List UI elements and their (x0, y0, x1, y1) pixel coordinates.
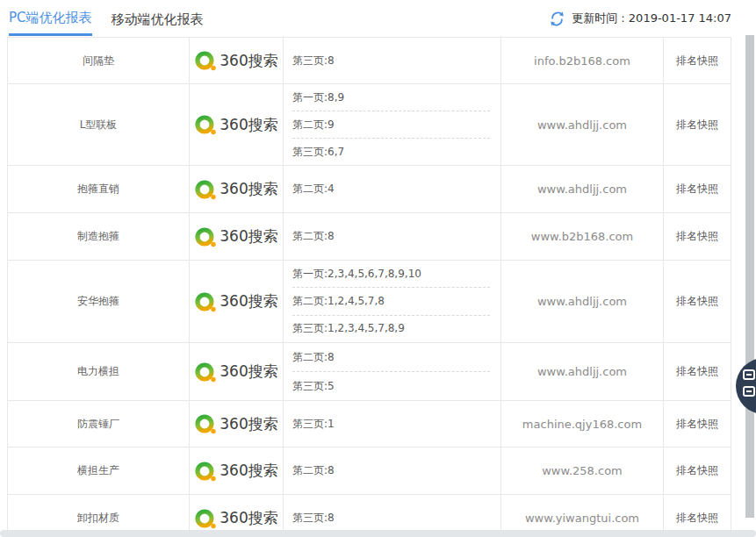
page-line: 第一页:8,9 (292, 84, 490, 111)
feedback-icon (743, 386, 755, 397)
snapshot-link[interactable]: 排名快照 (664, 261, 731, 342)
engine-cell: 360搜索 (190, 261, 284, 342)
engine-cell: 360搜索 (190, 213, 284, 260)
table-row: 横担生产 360搜索 第二页:8 www.258.com 排名快照 (8, 448, 731, 495)
pages-cell: 第三页:8 (284, 38, 501, 83)
pages-cell: 第一页:8,9 第二页:9 第三页:6,7 (284, 84, 501, 165)
domain-cell: machine.qjy168.com (501, 401, 664, 447)
engine-cell: 360搜索 (190, 38, 284, 83)
snapshot-link[interactable]: 排名快照 (664, 448, 731, 494)
keyword-cell: 间隔垫 (8, 38, 190, 83)
engine-cell: 360搜索 (190, 343, 284, 400)
engine-cell: 360搜索 (190, 166, 284, 212)
keyword-cell: 抱箍直销 (8, 166, 190, 212)
pages-cell: 第二页:8 第三页:5 (284, 343, 501, 400)
tab-pc-report[interactable]: PC端优化报表 (9, 1, 92, 36)
table-row: 电力横担 360搜索 第二页:8 第三页:5 www.ahdljj.com 排名… (8, 343, 731, 401)
page-line: 第二页:8 (292, 448, 490, 494)
page-line: 第三页:5 (292, 372, 490, 400)
horizontal-scrollbar[interactable] (0, 530, 756, 537)
snapshot-link[interactable]: 排名快照 (664, 166, 731, 212)
page-line: 第三页:1 (292, 401, 490, 447)
snapshot-link[interactable]: 排名快照 (664, 343, 731, 400)
page-line: 第二页:1,2,4,5,7,8 (292, 288, 490, 315)
page-line: 第二页:8 (292, 343, 490, 372)
snapshot-link[interactable]: 排名快照 (664, 84, 731, 165)
pages-cell: 第二页:8 (284, 448, 501, 494)
keyword-cell: L型联板 (8, 84, 190, 165)
domain-cell: www.ahdljj.com (501, 261, 664, 342)
pages-cell: 第二页:8 (284, 213, 501, 260)
feedback-icon (743, 369, 755, 380)
360-search-logo-icon: 360搜索 (194, 178, 277, 201)
page-line: 第三页:8 (292, 38, 490, 83)
keyword-cell: 防震锤厂 (8, 401, 190, 447)
page-line: 第二页:9 (292, 111, 490, 139)
keyword-cell: 安华抱箍 (8, 261, 190, 342)
360-search-logo-icon: 360搜索 (194, 412, 277, 435)
update-time: 更新时间 : 2019-01-17 14:07 (572, 11, 731, 26)
engine-cell: 360搜索 (190, 401, 284, 447)
keyword-cell: 电力横担 (8, 343, 190, 400)
360-search-logo-icon: 360搜索 (194, 49, 277, 72)
domain-cell: www.b2b168.com (501, 213, 664, 260)
table-row: 制造抱箍 360搜索 第二页:8 www.b2b168.com 排名快照 (8, 213, 731, 261)
360-search-logo-icon: 360搜索 (194, 290, 277, 313)
snapshot-link[interactable]: 排名快照 (664, 213, 731, 260)
vertical-scrollbar[interactable] (745, 35, 754, 518)
domain-cell: www.ahdljj.com (501, 166, 664, 212)
page-line: 第二页:8 (292, 213, 490, 260)
domain-cell: www.258.com (501, 448, 664, 494)
pages-cell: 第二页:4 (284, 166, 501, 212)
tab-mobile-report[interactable]: 移动端优化报表 (112, 3, 204, 35)
360-search-logo-icon: 360搜索 (194, 113, 277, 136)
keyword-cell: 制造抱箍 (8, 213, 190, 260)
domain-cell: info.b2b168.com (501, 38, 664, 83)
feedback-button[interactable] (736, 358, 756, 414)
domain-cell: www.ahdljj.com (501, 84, 664, 165)
domain-cell: www.ahdljj.com (501, 343, 664, 400)
table-row: 安华抱箍 360搜索 第一页:2,3,4,5,6,7,8,9,10 第二页:1,… (8, 261, 731, 343)
table-row: 防震锤厂 360搜索 第三页:1 machine.qjy168.com 排名快照 (8, 401, 731, 448)
table-row: 抱箍直销 360搜索 第二页:4 www.ahdljj.com 排名快照 (8, 166, 731, 213)
ranking-table: 间隔垫 360搜索 第三页:8 info.b2b168.com 排名快照 L型联… (7, 37, 731, 537)
page-line: 第二页:4 (292, 166, 490, 212)
page-line: 第一页:2,3,4,5,6,7,8,9,10 (292, 261, 490, 288)
table-row: L型联板 360搜索 第一页:8,9 第二页:9 第三页:6,7 www.ahd… (8, 84, 731, 166)
360-search-logo-icon: 360搜索 (194, 226, 277, 248)
page-line: 第三页:1,2,3,4,5,7,8,9 (292, 316, 490, 342)
engine-cell: 360搜索 (190, 84, 284, 165)
table-row: 间隔垫 360搜索 第三页:8 info.b2b168.com 排名快照 (8, 38, 731, 84)
360-search-logo-icon: 360搜索 (194, 507, 277, 530)
360-search-logo-icon: 360搜索 (194, 460, 277, 483)
page-line: 第三页:6,7 (292, 139, 490, 165)
pages-cell: 第三页:1 (284, 401, 501, 447)
pages-cell: 第一页:2,3,4,5,6,7,8,9,10 第二页:1,2,4,5,7,8 第… (284, 261, 501, 342)
engine-cell: 360搜索 (190, 448, 284, 494)
page: PC端优化报表 移动端优化报表 更新时间 : 2019-01-17 14:07 … (0, 0, 756, 537)
360-search-logo-icon: 360搜索 (194, 361, 277, 383)
snapshot-link[interactable]: 排名快照 (664, 401, 731, 447)
snapshot-link[interactable]: 排名快照 (664, 38, 731, 83)
refresh-icon[interactable] (549, 11, 565, 27)
keyword-cell: 横担生产 (8, 448, 190, 494)
tab-bar: PC端优化报表 移动端优化报表 更新时间 : 2019-01-17 14:07 (7, 0, 731, 37)
